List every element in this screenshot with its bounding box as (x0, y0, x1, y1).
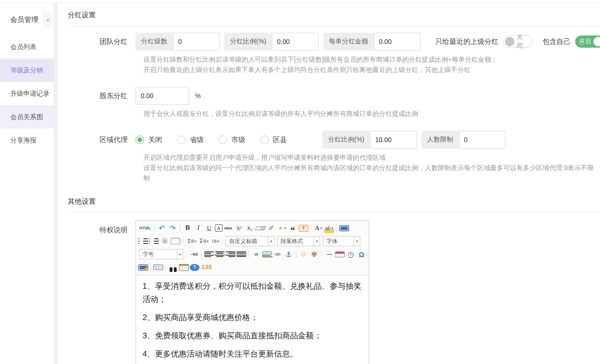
font-color-icon[interactable]: A▾ (314, 223, 323, 233)
sidebar-header: 会员管理 « (0, 3, 54, 35)
shareholder-ratio-input[interactable] (136, 87, 189, 105)
align-left-icon[interactable] (204, 251, 214, 257)
letter-spacing-icon[interactable]: ↕≡▾ (210, 236, 220, 246)
radio-ring (177, 136, 186, 144)
palette-icon[interactable]: ✾ (309, 250, 319, 259)
sidebar-item-member-relations[interactable]: 会员关系图 (0, 105, 54, 128)
underline-icon[interactable]: U (204, 223, 214, 233)
radio-label: 区县 (273, 136, 287, 144)
anchor-text-icon[interactable]: ⓐ (160, 236, 170, 246)
sidebar-item-share-poster[interactable]: 分享海报 (0, 128, 54, 152)
paste-as-text-icon[interactable] (299, 225, 308, 232)
shareholder-dividend-help: 用于合伙人或股东分红，设置分红比例后该等级的所有人平均分摊所有商城订单的分红提成… (143, 108, 600, 119)
toolbar-separator (222, 237, 222, 245)
insert-date-icon[interactable] (335, 251, 345, 257)
paste-icon[interactable] (179, 264, 189, 271)
align-justify-icon[interactable] (236, 251, 246, 257)
toolbar-separator (201, 250, 202, 258)
section-title-dividend: 分红设置 (68, 3, 600, 26)
editor-135-icon[interactable]: 135 (200, 263, 213, 272)
table-icon[interactable] (153, 264, 163, 270)
editor-content[interactable]: 1、享受消费送积分，积分可以抵扣金额、兑换礼品、参与抽奖活动； 2、购买商品享受… (136, 275, 369, 364)
fullscreen-icon[interactable] (339, 225, 349, 231)
dividend-ratio-input[interactable] (272, 33, 319, 50)
region-limit-input[interactable] (459, 131, 506, 149)
strikethrough-icon[interactable]: ABC (223, 223, 233, 233)
sidebar: 会员管理 « 会员列表 等级及分销 升级申请记录 会员关系图 分享海报 (0, 3, 54, 364)
align-right-icon[interactable] (226, 251, 236, 257)
redo-icon[interactable]: ↷ (168, 223, 178, 233)
sidebar-item-upgrade-records[interactable]: 升级申请记录 (0, 82, 54, 105)
italic-icon[interactable]: I (193, 223, 203, 233)
map-icon[interactable] (138, 264, 148, 271)
sidebar-item-level-distribution[interactable]: 等级及分销 (0, 58, 54, 82)
horizontal-rule-icon[interactable]: — (324, 250, 334, 259)
toolbar-row-1: HTML↶↷BIUAABCX²X₂✐✶▾“A▾ab▾ (138, 221, 367, 235)
new-page-icon[interactable] (171, 238, 180, 244)
quick-format-icon[interactable]: ✶▾ (277, 223, 287, 233)
unordered-list-icon[interactable]: ▾ (149, 238, 159, 244)
chevron-down-icon: ▾ (268, 236, 274, 246)
insert-time-icon[interactable]: ◷ (346, 250, 356, 259)
editor-paragraph: 1、享受消费送积分，积分可以抵扣金额、兑换礼品、参与抽奖活动； (143, 280, 362, 306)
toolbar-separator (165, 264, 166, 271)
editor-paragraph: 3、免费领取优惠券、购买商品直接抵扣商品金额； (143, 329, 362, 343)
undo-icon[interactable]: ↶ (157, 223, 167, 233)
font-family-select[interactable]: 字体▾ (323, 236, 360, 246)
blockquote-icon[interactable]: “ (288, 223, 298, 233)
shareholder-dividend-label: 股东分红 (68, 92, 136, 100)
bold-icon[interactable]: B (183, 223, 193, 233)
help-icon[interactable] (190, 264, 200, 271)
ordered-list-icon[interactable]: ▾ (138, 238, 148, 244)
help-line: 开启区域代理后需要开启用户申请升级，用户填写申请资料时选择要申请的代理区域 (143, 152, 600, 163)
toolbar-row-4: 135 (138, 261, 367, 274)
toolbar-separator (150, 264, 151, 271)
region-radio-province[interactable]: 省级 (177, 136, 204, 144)
nearest-parent-toggle[interactable]: 关闭 (503, 36, 532, 48)
font-style-box-icon[interactable]: A (215, 224, 222, 232)
region-radio-district[interactable]: 区县 (260, 136, 287, 144)
highlight-color-icon[interactable]: ab▾ (324, 223, 334, 233)
format-brush-icon[interactable]: ✐ (266, 223, 276, 233)
subscript-icon[interactable]: X₂ (245, 223, 255, 233)
region-ratio-input[interactable] (370, 131, 417, 149)
image-icon[interactable] (262, 251, 272, 257)
include-self-toggle[interactable]: 开启 (575, 36, 600, 48)
rich-text-editor: HTML↶↷BIUAABCX²X₂✐✶▾“A▾ab▾ ▾▾ⓐ↥≡▾↧≡▾↕≡▾自… (136, 220, 369, 364)
line-height-icon[interactable]: ↧≡▾ (198, 236, 209, 246)
sidebar-title: 会员管理 (10, 15, 38, 24)
font-size-select[interactable]: 字号▾ (139, 249, 183, 259)
region-limit-addon: 人数限制 (421, 131, 459, 149)
page: 会员管理 « 会员列表 等级及分销 升级申请记录 会员关系图 分享海报 分红设置… (0, 0, 600, 364)
special-char-icon[interactable]: Ω (357, 250, 366, 259)
html-source-button[interactable]: HTML (138, 223, 152, 233)
per-order-amount-input[interactable] (374, 33, 421, 50)
custom-heading-select[interactable]: 自定义标题▾ (226, 236, 274, 246)
paragraph-format-select[interactable]: 段落格式▾ (277, 236, 320, 246)
radio-ring (219, 136, 227, 144)
section-divider (68, 26, 600, 26)
dividend-levels-input[interactable] (173, 33, 220, 50)
sidebar-collapse-icon[interactable]: « (43, 12, 52, 28)
toolbar-separator (296, 250, 296, 258)
emoticon-icon[interactable]: ☺ (299, 250, 308, 259)
paragraph-spacing-icon[interactable]: ↥≡▾ (186, 236, 197, 246)
region-radio-off[interactable]: 关闭 (136, 136, 162, 144)
region-inputs: 分红比例(%) 人数限制 (322, 131, 510, 149)
editor-toolbar: HTML↶↷BIUAABCX²X₂✐✶▾“A▾ab▾ ▾▾ⓐ↥≡▾↧≡▾↕≡▾自… (136, 221, 369, 275)
dividend-ratio-group: 分红比例(%) (224, 33, 319, 50)
toggle-knob (505, 37, 514, 46)
toggle-knob (593, 37, 600, 46)
remove-format-icon[interactable] (255, 226, 266, 230)
find-replace-icon[interactable] (168, 265, 178, 270)
anchor-icon[interactable]: ⚓ (284, 250, 293, 259)
unlink-icon[interactable]: ⚮ (273, 250, 283, 259)
toolbar-separator (180, 224, 180, 232)
sidebar-item-member-list[interactable]: 会员列表 (0, 35, 54, 58)
superscript-icon[interactable]: X² (234, 223, 244, 233)
team-dividend-label: 团队分红 (68, 37, 136, 46)
align-center-icon[interactable] (215, 251, 225, 257)
region-radio-city[interactable]: 市级 (219, 136, 245, 144)
link-icon[interactable]: ⚭ (251, 250, 261, 259)
indent-icon[interactable]: ⇥≡ (189, 250, 199, 259)
